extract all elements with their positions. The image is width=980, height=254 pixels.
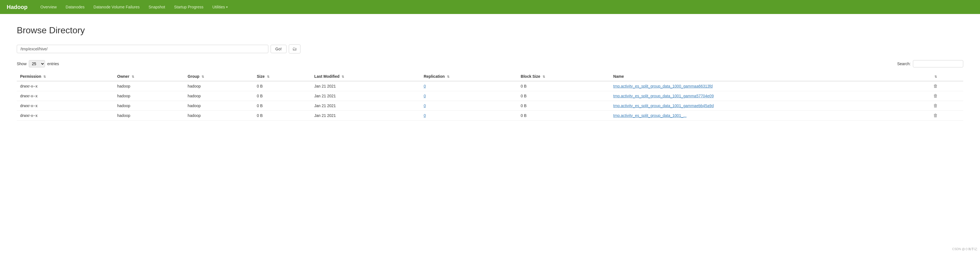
name-cell[interactable]: tmp.activity_es_split_group_data_1000_ga… xyxy=(610,81,930,91)
delete-cell[interactable]: 🗑 xyxy=(930,91,963,101)
name-cell[interactable]: tmp.activity_es_split_group_data_1001_ga… xyxy=(610,91,930,101)
dropdown-arrow-icon: ▾ xyxy=(226,5,228,9)
replication-link[interactable]: 0 xyxy=(424,104,426,108)
replication-link[interactable]: 0 xyxy=(424,113,426,118)
table-controls: Show 10 25 50 100 entries Search: xyxy=(17,60,963,67)
name-link[interactable]: tmp.activity_es_split_group_data_1001_ga… xyxy=(613,94,714,98)
cell-2: hadoop xyxy=(184,81,253,91)
col-owner[interactable]: Owner ⇅ xyxy=(114,72,184,81)
nav-link-startup-progress[interactable]: Startup Progress xyxy=(170,3,207,11)
nav-links: Overview Datanodes Datanode Volume Failu… xyxy=(37,3,231,11)
cell-6: 0 B xyxy=(517,101,610,111)
entries-select[interactable]: 10 25 50 100 xyxy=(29,60,45,67)
sort-icon-last-modified: ⇅ xyxy=(342,75,344,78)
cell-1: hadoop xyxy=(114,91,184,101)
page-title: Browse Directory xyxy=(17,25,963,35)
nav-dropdown-utilities[interactable]: Utilities ▾ xyxy=(208,3,232,11)
cell-3: 0 B xyxy=(253,101,311,111)
search-input[interactable] xyxy=(913,60,963,67)
navbar: Hadoop Overview Datanodes Datanode Volum… xyxy=(0,0,980,14)
cell-4: Jan 21 2021 xyxy=(311,111,420,121)
cell-0: drwxr-x--x xyxy=(17,111,114,121)
col-group[interactable]: Group ⇅ xyxy=(184,72,253,81)
delete-cell[interactable]: 🗑 xyxy=(930,101,963,111)
cell-2: hadoop xyxy=(184,91,253,101)
cell-0: drwxr-x--x xyxy=(17,91,114,101)
cell-5[interactable]: 0 xyxy=(420,81,517,91)
show-label: Show xyxy=(17,62,27,66)
cell-1: hadoop xyxy=(114,111,184,121)
cell-1: hadoop xyxy=(114,101,184,111)
name-link[interactable]: tmp.activity_es_split_group_data_1001_..… xyxy=(613,113,687,118)
col-size[interactable]: Size ⇅ xyxy=(253,72,311,81)
col-block-size[interactable]: Block Size ⇅ xyxy=(517,72,610,81)
name-cell[interactable]: tmp.activity_es_split_group_data_1001_..… xyxy=(610,111,930,121)
cell-6: 0 B xyxy=(517,91,610,101)
table-row: drwxr-x--xhadoophadoop0 BJan 21 202100 B… xyxy=(17,91,963,101)
delete-cell[interactable]: 🗑 xyxy=(930,111,963,121)
nav-link-snapshot[interactable]: Snapshot xyxy=(145,3,169,11)
cell-6: 0 B xyxy=(517,81,610,91)
directory-table: Permission ⇅ Owner ⇅ Group ⇅ Size ⇅ Last… xyxy=(17,72,963,121)
cell-2: hadoop xyxy=(184,101,253,111)
cell-6: 0 B xyxy=(517,111,610,121)
sort-icon-group: ⇅ xyxy=(202,75,204,78)
col-name: Name xyxy=(610,72,930,81)
go-button[interactable]: Go! xyxy=(270,45,286,53)
table-row: drwxr-x--xhadoophadoop0 BJan 21 202100 B… xyxy=(17,111,963,121)
entries-label: entries xyxy=(47,62,59,66)
table-header-row: Permission ⇅ Owner ⇅ Group ⇅ Size ⇅ Last… xyxy=(17,72,963,81)
cell-5[interactable]: 0 xyxy=(420,101,517,111)
delete-icon[interactable]: 🗑 xyxy=(933,84,938,88)
delete-icon[interactable]: 🗑 xyxy=(933,113,938,118)
replication-link[interactable]: 0 xyxy=(424,94,426,98)
main-content: Browse Directory Go! 🗂 Show 10 25 50 100… xyxy=(0,14,980,132)
sort-icon-actions: ⇅ xyxy=(934,75,937,78)
sort-icon-block-size: ⇅ xyxy=(542,75,545,78)
cell-4: Jan 21 2021 xyxy=(311,81,420,91)
col-permission[interactable]: Permission ⇅ xyxy=(17,72,114,81)
nav-link-datanode-volume-failures[interactable]: Datanode Volume Failures xyxy=(90,3,144,11)
cell-5[interactable]: 0 xyxy=(420,91,517,101)
sort-icon-permission: ⇅ xyxy=(43,75,46,78)
col-actions[interactable]: ⇅ xyxy=(930,72,963,81)
sort-icon-replication: ⇅ xyxy=(447,75,449,78)
table-row: drwxr-x--xhadoophadoop0 BJan 21 202100 B… xyxy=(17,101,963,111)
directory-bar: Go! 🗂 xyxy=(17,45,963,53)
replication-link[interactable]: 0 xyxy=(424,84,426,88)
search-label: Search: xyxy=(897,62,911,66)
directory-input[interactable] xyxy=(17,45,268,53)
search-control: Search: xyxy=(897,60,963,67)
delete-cell[interactable]: 🗑 xyxy=(930,81,963,91)
col-replication[interactable]: Replication ⇅ xyxy=(420,72,517,81)
nav-link-overview[interactable]: Overview xyxy=(37,3,60,11)
cell-3: 0 B xyxy=(253,81,311,91)
cell-3: 0 B xyxy=(253,91,311,101)
name-link[interactable]: tmp.activity_es_split_group_data_1000_ga… xyxy=(613,84,713,88)
navbar-brand[interactable]: Hadoop xyxy=(7,4,27,10)
folder-icon: 🗂 xyxy=(293,46,297,51)
cell-4: Jan 21 2021 xyxy=(311,101,420,111)
col-last-modified[interactable]: Last Modified ⇅ xyxy=(311,72,420,81)
folder-button[interactable]: 🗂 xyxy=(289,45,301,53)
nav-link-datanodes[interactable]: Datanodes xyxy=(62,3,89,11)
cell-0: drwxr-x--x xyxy=(17,101,114,111)
delete-icon[interactable]: 🗑 xyxy=(933,93,938,98)
cell-2: hadoop xyxy=(184,111,253,121)
delete-icon[interactable]: 🗑 xyxy=(933,103,938,108)
cell-0: drwxr-x--x xyxy=(17,81,114,91)
cell-4: Jan 21 2021 xyxy=(311,91,420,101)
utilities-label: Utilities xyxy=(212,5,225,9)
name-link[interactable]: tmp.activity_es_split_group_data_1001_ga… xyxy=(613,104,714,108)
table-row: drwxr-x--xhadoophadoop0 BJan 21 202100 B… xyxy=(17,81,963,91)
name-cell[interactable]: tmp.activity_es_split_group_data_1001_ga… xyxy=(610,101,930,111)
cell-3: 0 B xyxy=(253,111,311,121)
sort-icon-size: ⇅ xyxy=(267,75,269,78)
sort-icon-owner: ⇅ xyxy=(132,75,134,78)
cell-1: hadoop xyxy=(114,81,184,91)
cell-5[interactable]: 0 xyxy=(420,111,517,121)
show-entries: Show 10 25 50 100 entries xyxy=(17,60,59,67)
